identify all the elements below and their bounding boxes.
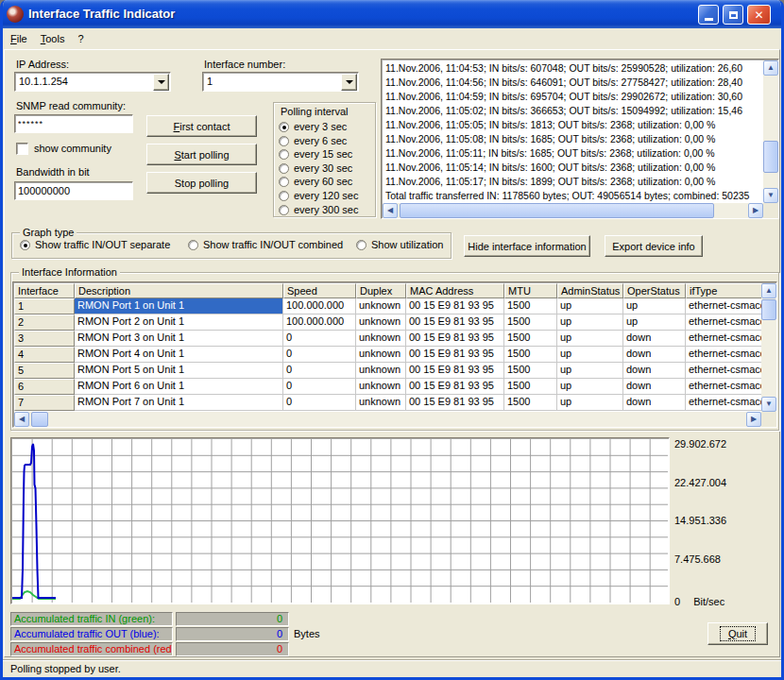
table-cell[interactable]: 0: [283, 379, 356, 395]
show-community-checkbox[interactable]: [16, 143, 28, 155]
start-polling-button[interactable]: Start polling: [146, 144, 257, 165]
table-row[interactable]: 1RMON Port 1 on Unit 1100.000.000unknown…: [14, 298, 762, 314]
table-cell[interactable]: ethernet-csmacd: [686, 395, 762, 411]
log-vscroll-thumb[interactable]: [763, 141, 778, 173]
maximize-button[interactable]: [723, 5, 743, 25]
table-row[interactable]: 6RMON Port 6 on Unit 10unknown00 15 E9 8…: [14, 379, 762, 395]
interface-number-combobox[interactable]: 1: [202, 72, 359, 92]
table-cell[interactable]: RMON Port 5 on Unit 1: [75, 363, 283, 379]
table-cell[interactable]: up: [557, 314, 623, 331]
table-cell[interactable]: 00 15 E9 81 93 95: [406, 347, 504, 363]
table-cell[interactable]: up: [557, 395, 623, 411]
table-cell[interactable]: 1: [14, 298, 75, 314]
table-cell[interactable]: RMON Port 3 on Unit 1: [75, 331, 283, 347]
log-vscroll-track[interactable]: [763, 60, 778, 203]
table-cell[interactable]: ethernet-csmacd: [686, 298, 762, 314]
table-cell[interactable]: 1500: [504, 363, 557, 379]
table-cell[interactable]: 0: [283, 363, 356, 379]
table-cell[interactable]: 0: [283, 347, 356, 363]
table-hscroll-left-button[interactable]: ◀: [14, 412, 29, 427]
ip-address-combobox[interactable]: 10.1.1.254: [14, 72, 171, 92]
graph-type-option-0[interactable]: Show traffic IN/OUT separate: [20, 239, 170, 250]
table-row[interactable]: 2RMON Port 2 on Unit 1100.000.000unknown…: [14, 314, 762, 331]
table-cell[interactable]: down: [623, 363, 686, 379]
log-hscroll-left-button[interactable]: ◀: [383, 203, 398, 218]
table-cell[interactable]: 1500: [504, 347, 557, 363]
menu-item-2[interactable]: ?: [77, 33, 83, 44]
graph-type-option-1[interactable]: Show traffic IN/OUT combined: [188, 239, 343, 250]
ip-dropdown-button[interactable]: [153, 74, 169, 91]
table-cell[interactable]: 00 15 E9 81 93 95: [406, 314, 504, 331]
table-header-cell-4[interactable]: MAC Address: [406, 283, 504, 298]
table-header-cell-6[interactable]: AdminStatus: [557, 283, 623, 298]
table-row[interactable]: 5RMON Port 5 on Unit 10unknown00 15 E9 8…: [14, 363, 762, 379]
title-bar[interactable]: Interface Traffic Indicator ✕: [0, 0, 784, 28]
table-cell[interactable]: RMON Port 6 on Unit 1: [75, 379, 283, 395]
log-vscroll-down-button[interactable]: ▼: [763, 188, 778, 203]
table-header-cell-2[interactable]: Speed: [283, 283, 356, 298]
table-cell[interactable]: 100.000.000: [283, 314, 356, 331]
table-row[interactable]: 7RMON Port 7 on Unit 10unknown00 15 E9 8…: [14, 395, 762, 411]
table-cell[interactable]: RMON Port 7 on Unit 1: [75, 395, 283, 411]
graph-type-option-2[interactable]: Show utilization: [356, 239, 443, 250]
table-row[interactable]: 3RMON Port 3 on Unit 10unknown00 15 E9 8…: [14, 331, 762, 347]
table-header-cell-3[interactable]: Duplex: [356, 283, 406, 298]
table-cell[interactable]: 1500: [504, 379, 557, 395]
table-header-cell-7[interactable]: OperStatus: [623, 283, 686, 298]
first-contact-button[interactable]: First contact: [146, 115, 257, 137]
table-cell[interactable]: unknown: [356, 347, 406, 363]
table-cell[interactable]: unknown: [356, 314, 406, 331]
table-cell[interactable]: RMON Port 2 on Unit 1: [75, 314, 283, 331]
table-cell[interactable]: 1500: [504, 298, 557, 314]
log-hscroll-thumb[interactable]: [400, 203, 714, 218]
interface-dropdown-button[interactable]: [341, 74, 357, 91]
table-cell[interactable]: unknown: [356, 379, 406, 395]
table-cell[interactable]: unknown: [356, 363, 406, 379]
table-cell[interactable]: ethernet-csmacd: [686, 331, 762, 347]
hide-interface-information-button[interactable]: Hide interface information: [464, 235, 590, 257]
table-hscroll-track[interactable]: [14, 412, 761, 427]
close-button[interactable]: ✕: [747, 5, 771, 25]
bandwidth-input[interactable]: [14, 181, 133, 200]
table-cell[interactable]: unknown: [356, 298, 406, 314]
table-header-cell-1[interactable]: Description: [75, 283, 283, 298]
table-cell[interactable]: 5: [14, 363, 75, 379]
table-cell[interactable]: down: [623, 395, 686, 411]
table-cell[interactable]: 4: [14, 347, 75, 363]
table-cell[interactable]: down: [623, 379, 686, 395]
table-cell[interactable]: 00 15 E9 81 93 95: [406, 395, 504, 411]
table-header-cell-5[interactable]: MTU: [504, 283, 557, 298]
table-hscroll-right-button[interactable]: ▶: [746, 412, 761, 427]
table-cell[interactable]: up: [623, 298, 686, 314]
polling-option-1[interactable]: every 6 sec: [279, 135, 347, 146]
table-header-cell-0[interactable]: Interface: [14, 283, 75, 298]
log-hscroll-right-button[interactable]: ▶: [748, 203, 763, 218]
table-cell[interactable]: RMON Port 1 on Unit 1: [75, 298, 283, 314]
minimize-button[interactable]: [698, 5, 719, 25]
table-cell[interactable]: 3: [14, 331, 75, 347]
polling-option-6[interactable]: every 300 sec: [279, 204, 358, 215]
table-vscroll-thumb[interactable]: [761, 299, 776, 320]
stop-polling-button[interactable]: Stop polling: [146, 172, 257, 194]
polling-option-2[interactable]: every 15 sec: [279, 148, 352, 160]
table-cell[interactable]: ethernet-csmacd: [686, 314, 762, 331]
table-cell[interactable]: up: [557, 298, 623, 314]
table-cell[interactable]: up: [557, 347, 623, 363]
log-vscroll-up-button[interactable]: ▲: [763, 60, 778, 76]
table-cell[interactable]: 00 15 E9 81 93 95: [406, 363, 504, 379]
table-cell[interactable]: RMON Port 4 on Unit 1: [75, 347, 283, 363]
table-row[interactable]: 4RMON Port 4 on Unit 10unknown00 15 E9 8…: [14, 347, 762, 363]
polling-option-5[interactable]: every 120 sec: [279, 190, 358, 201]
quit-button[interactable]: Quit: [707, 622, 768, 645]
polling-option-4[interactable]: every 60 sec: [279, 176, 352, 187]
table-cell[interactable]: 0: [283, 331, 356, 347]
table-cell[interactable]: 100.000.000: [283, 298, 356, 314]
table-cell[interactable]: ethernet-csmacd: [686, 363, 762, 379]
table-cell[interactable]: 00 15 E9 81 93 95: [406, 331, 504, 347]
log-output-box[interactable]: 11.Nov.2006, 11:04:53; IN bits/s: 607048…: [381, 59, 779, 219]
table-cell[interactable]: 1500: [504, 395, 557, 411]
menu-item-0[interactable]: File: [10, 33, 27, 44]
table-cell[interactable]: unknown: [356, 331, 406, 347]
table-cell[interactable]: up: [557, 363, 623, 379]
table-cell[interactable]: ethernet-csmacd: [686, 379, 762, 395]
